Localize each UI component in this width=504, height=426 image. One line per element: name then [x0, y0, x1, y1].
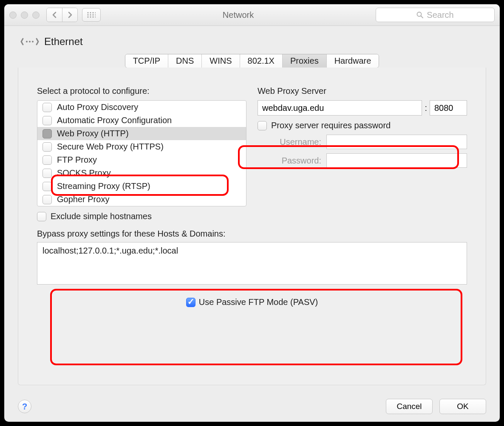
nav-buttons: [46, 8, 78, 22]
checkbox[interactable]: [42, 116, 52, 125]
proxy-host-input[interactable]: [258, 100, 422, 116]
server-heading: Web Proxy Server: [258, 86, 467, 96]
help-button[interactable]: ?: [18, 400, 31, 413]
protocol-gopher[interactable]: Gopher Proxy: [37, 193, 246, 206]
checkbox[interactable]: [42, 103, 52, 112]
list-item-label: Secure Web Proxy (HTTPS): [57, 142, 164, 152]
svg-point-10: [93, 17, 94, 18]
tabs: TCP/IP DNS WINS 802.1X Proxies Hardware: [18, 54, 486, 68]
network-preferences-window: Network Search Ethernet TCP/IP: [4, 4, 500, 422]
requires-password-label: Proxy server requires password: [271, 121, 391, 130]
svg-point-3: [95, 12, 96, 14]
zoom-dot[interactable]: [32, 11, 40, 19]
username-input[interactable]: [326, 135, 467, 149]
username-label: Username:: [258, 137, 321, 147]
list-item-label: SOCKS Proxy: [57, 168, 111, 178]
tab-tcpip[interactable]: TCP/IP: [125, 54, 168, 68]
checkbox[interactable]: [42, 142, 52, 152]
proxy-port-input[interactable]: [430, 100, 467, 116]
content: Ethernet TCP/IP DNS WINS 802.1X Proxies …: [4, 26, 500, 391]
pasv-label: Use Passive FTP Mode (PASV): [199, 297, 318, 307]
svg-point-0: [88, 12, 89, 14]
protocol-auto-discovery[interactable]: Auto Proxy Discovery: [37, 101, 246, 114]
bypass-label: Bypass proxy settings for these Hosts & …: [37, 229, 467, 239]
svg-point-5: [90, 14, 91, 16]
window-title: Network: [105, 10, 371, 20]
tab-hardware[interactable]: Hardware: [326, 54, 379, 68]
titlebar: Network Search: [4, 4, 500, 26]
pasv-checkbox[interactable]: [186, 298, 195, 307]
svg-point-6: [93, 14, 94, 16]
checkbox[interactable]: [42, 155, 52, 165]
checkbox[interactable]: [42, 129, 52, 138]
svg-point-16: [32, 41, 34, 42]
checkbox[interactable]: [42, 195, 52, 204]
svg-point-9: [90, 17, 91, 18]
requires-password-checkbox[interactable]: [258, 121, 267, 130]
host-port-separator: :: [425, 103, 427, 113]
exclude-hostnames-checkbox[interactable]: [37, 212, 46, 221]
svg-line-13: [421, 16, 423, 18]
list-item-label: Automatic Proxy Configuration: [57, 116, 172, 125]
back-button[interactable]: [47, 8, 62, 22]
checkbox[interactable]: [42, 182, 52, 191]
bypass-textarea[interactable]: localhost;127.0.0.1;*.uga.edu;*.local: [37, 242, 467, 285]
protocol-auto-config[interactable]: Automatic Proxy Configuration: [37, 114, 246, 127]
svg-point-11: [95, 17, 96, 18]
footer: ? Cancel OK: [4, 391, 500, 422]
svg-point-7: [95, 14, 96, 16]
checkbox[interactable]: [42, 169, 52, 178]
protocol-rtsp[interactable]: Streaming Proxy (RTSP): [37, 180, 246, 193]
list-item-label: FTP Proxy: [57, 155, 97, 165]
interface-header: Ethernet: [20, 35, 486, 48]
protocol-socks[interactable]: SOCKS Proxy: [37, 166, 246, 180]
search-icon: [416, 11, 423, 18]
svg-point-14: [26, 41, 28, 42]
search-input[interactable]: Search: [376, 8, 495, 22]
cancel-button[interactable]: Cancel: [386, 399, 433, 414]
interface-name: Ethernet: [44, 36, 83, 48]
close-dot[interactable]: [9, 11, 17, 19]
proxies-panel: Select a protocol to configure: Auto Pro…: [18, 68, 486, 385]
forward-button[interactable]: [62, 8, 77, 22]
bypass-value: localhost;127.0.0.1;*.uga.edu;*.local: [42, 246, 178, 255]
password-input[interactable]: [326, 153, 467, 168]
protocol-web-http[interactable]: Web Proxy (HTTP): [37, 127, 246, 140]
svg-point-8: [88, 17, 89, 18]
protocol-heading: Select a protocol to configure:: [37, 86, 246, 96]
exclude-hostnames-label: Exclude simple hostnames: [51, 212, 152, 221]
list-item-label: Gopher Proxy: [57, 195, 109, 204]
tab-proxies[interactable]: Proxies: [282, 54, 326, 68]
protocol-list: Auto Proxy Discovery Automatic Proxy Con…: [37, 100, 246, 206]
list-item-label: Web Proxy (HTTP): [57, 129, 129, 138]
search-placeholder: Search: [427, 10, 453, 20]
svg-point-2: [93, 12, 94, 14]
traffic-lights: [9, 11, 40, 19]
list-item-label: Streaming Proxy (RTSP): [57, 181, 150, 191]
svg-point-15: [29, 41, 31, 42]
password-label: Password:: [258, 156, 321, 166]
tab-wins[interactable]: WINS: [201, 54, 239, 68]
svg-point-1: [90, 12, 91, 14]
tab-dns[interactable]: DNS: [168, 54, 201, 68]
show-all-button[interactable]: [82, 8, 101, 22]
ethernet-icon: [20, 35, 39, 48]
protocol-web-https[interactable]: Secure Web Proxy (HTTPS): [37, 140, 246, 153]
list-item-label: Auto Proxy Discovery: [57, 102, 138, 112]
tab-8021x[interactable]: 802.1X: [240, 54, 282, 68]
protocol-ftp[interactable]: FTP Proxy: [37, 153, 246, 166]
minimize-dot[interactable]: [21, 11, 28, 19]
svg-point-4: [88, 14, 89, 16]
ok-button[interactable]: OK: [439, 399, 486, 414]
